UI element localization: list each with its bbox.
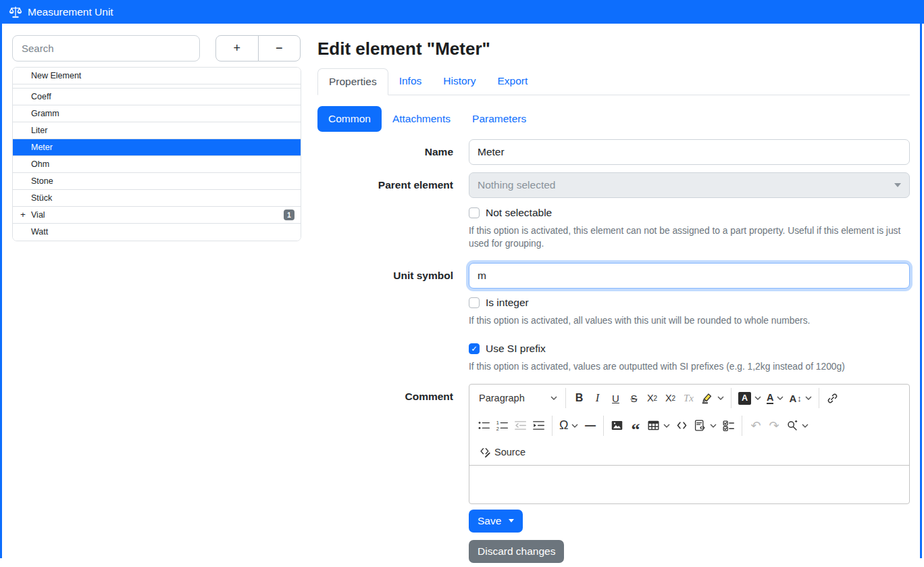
toolbar-separator	[565, 388, 566, 408]
italic-button[interactable]: I	[588, 388, 607, 408]
toolbar-separator	[819, 388, 819, 408]
list-item[interactable]: Stone	[13, 173, 301, 190]
unit-symbol-input[interactable]	[469, 263, 910, 289]
list-item[interactable]: Coeff	[13, 89, 301, 105]
toolbar-separator	[731, 388, 732, 408]
outdent-button[interactable]	[511, 416, 530, 436]
todo-list-button[interactable]	[719, 416, 738, 436]
discard-changes-button[interactable]: Discard changes	[469, 540, 564, 563]
toolbar-separator	[603, 416, 604, 436]
chevron-down-icon	[754, 396, 761, 400]
search-input[interactable]	[12, 35, 200, 61]
font-background-button[interactable]: A	[736, 388, 764, 408]
redo-button[interactable]: ↷	[765, 416, 783, 436]
unit-symbol-label: Unit symbol	[317, 263, 453, 289]
parent-element-value: Nothing selected	[478, 179, 555, 191]
horizontal-line-button[interactable]: —	[581, 416, 599, 436]
parent-element-label: Parent element	[317, 172, 453, 198]
save-button[interactable]: Save	[469, 510, 523, 533]
expand-all-button[interactable]: +	[215, 35, 259, 61]
undo-button[interactable]: ↶	[746, 416, 765, 436]
superscript-button[interactable]: X2	[661, 388, 679, 408]
not-selectable-help: If this option is activated, this elemen…	[469, 225, 910, 250]
pill-common[interactable]: Common	[317, 106, 382, 132]
parent-element-select[interactable]: Nothing selected	[469, 172, 910, 198]
code-button[interactable]	[673, 416, 691, 436]
save-dropdown-caret-icon[interactable]	[509, 519, 514, 522]
tab-properties[interactable]: Properties	[317, 68, 388, 95]
font-color-button[interactable]: A	[764, 388, 786, 408]
link-button[interactable]	[823, 388, 842, 408]
numbered-list-button[interactable]: 1 2	[493, 416, 511, 436]
expand-node-icon[interactable]: +	[20, 207, 26, 223]
main-panel: Edit element "Meter" Properties Infos Hi…	[317, 39, 910, 563]
list-item[interactable]: Liter	[13, 122, 301, 139]
find-replace-button[interactable]	[783, 416, 811, 436]
source-button[interactable]: Source	[475, 442, 530, 462]
page-title: Edit element "Meter"	[317, 39, 910, 59]
bulleted-list-button[interactable]	[475, 416, 493, 436]
editor-toolbar-row-3: Source	[469, 439, 909, 465]
list-item-label: Liter	[31, 126, 47, 135]
editor-toolbar-row-1: Paragraph B I U S X2 X2 Tx	[469, 385, 909, 412]
subscript-button[interactable]: X2	[643, 388, 661, 408]
bold-button[interactable]: B	[570, 388, 588, 408]
list-item[interactable]: Stück	[13, 190, 301, 207]
navbar: Measurement Unit	[0, 0, 924, 24]
remove-format-button[interactable]: Tx	[679, 388, 698, 408]
toolbar-separator	[552, 416, 553, 436]
chevron-down-icon	[717, 396, 724, 400]
list-item-label: Gramm	[31, 109, 59, 118]
special-characters-button[interactable]: Ω	[557, 416, 581, 436]
pill-attachments[interactable]: Attachments	[382, 106, 461, 132]
underline-button[interactable]: U	[607, 388, 625, 408]
window-border-right	[920, 24, 922, 558]
insert-image-button[interactable]	[608, 416, 626, 436]
chevron-down-icon	[710, 424, 717, 428]
chevron-down-icon	[894, 183, 901, 187]
si-prefix-label: Use SI prefix	[486, 343, 546, 355]
paragraph-dropdown[interactable]: Paragraph	[475, 388, 561, 408]
list-item-label: New Element	[31, 71, 81, 80]
list-item[interactable]: Watt	[13, 224, 301, 241]
si-prefix-help: If this option is activated, values are …	[469, 361, 910, 374]
is-integer-help: If this option is activated, all values …	[469, 315, 910, 328]
indent-button[interactable]	[530, 416, 548, 436]
is-integer-checkbox[interactable]	[469, 297, 480, 308]
comment-editor: Paragraph B I U S X2 X2 Tx	[469, 384, 910, 504]
editor-content-area[interactable]	[469, 465, 909, 503]
svg-text:1: 1	[496, 420, 499, 426]
window-border-left	[0, 24, 2, 558]
list-item-vial[interactable]: + Vial 1	[13, 207, 301, 224]
chevron-down-icon	[805, 396, 812, 400]
chevron-down-icon	[571, 424, 578, 428]
chevron-down-icon	[550, 396, 557, 400]
insert-table-button[interactable]	[644, 416, 673, 436]
si-prefix-checkbox[interactable]: ✓	[469, 343, 480, 354]
list-item-selected[interactable]: Meter	[13, 139, 301, 156]
tree-toolbar: + −	[215, 35, 301, 61]
font-size-button[interactable]: A ↕	[786, 388, 814, 408]
chevron-down-icon	[802, 424, 808, 428]
highlight-button[interactable]	[698, 388, 727, 408]
block-quote-button[interactable]: “	[626, 416, 644, 436]
is-integer-label: Is integer	[486, 297, 529, 309]
tab-bar: Properties Infos History Export	[317, 68, 910, 95]
code-block-button[interactable]	[691, 416, 719, 436]
list-item-label: Meter	[31, 143, 53, 152]
comment-label: Comment	[317, 384, 453, 410]
name-input[interactable]	[469, 139, 910, 165]
tab-export[interactable]: Export	[487, 68, 539, 95]
list-item-label: Vial	[31, 210, 45, 220]
collapse-all-button[interactable]: −	[258, 35, 301, 61]
strikethrough-button[interactable]: S	[625, 388, 643, 408]
tab-infos[interactable]: Infos	[388, 68, 433, 95]
app-title: Measurement Unit	[28, 6, 113, 18]
pill-parameters[interactable]: Parameters	[461, 106, 537, 132]
list-item[interactable]: Ohm	[13, 156, 301, 173]
list-item-new-element[interactable]: New Element	[13, 68, 301, 84]
list-item[interactable]: Gramm	[13, 105, 301, 122]
chevron-down-icon	[777, 396, 784, 400]
not-selectable-checkbox[interactable]	[469, 207, 480, 218]
tab-history[interactable]: History	[432, 68, 486, 95]
